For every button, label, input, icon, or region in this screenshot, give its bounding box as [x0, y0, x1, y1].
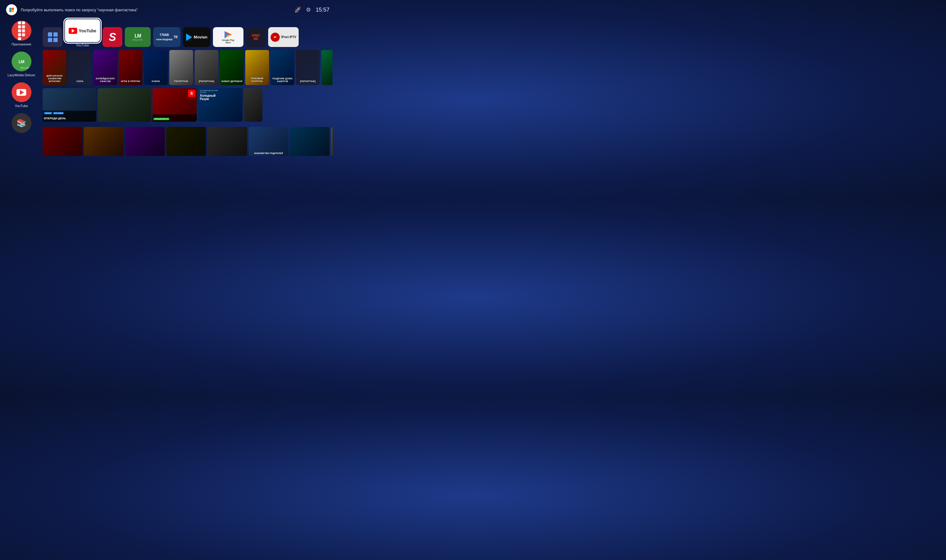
kinohd-tile: KINOHD: [246, 27, 266, 47]
apps-label: Приложения: [12, 42, 31, 46]
svg-point-0: [8, 6, 15, 14]
youtube-big-label: YouTube: [76, 43, 89, 47]
movie-card[interactable]: КИБЕР ДЕРЕВНЯ: [220, 50, 244, 85]
movie-card-partial[interactable]: [244, 88, 262, 122]
settings-icon[interactable]: ⚙: [306, 6, 311, 13]
app-item-grid[interactable]: [43, 27, 63, 47]
movie-card[interactable]: [РЕПОРТАЖ]: [296, 50, 320, 85]
lazymedia-label: LazyMedia Deluxe: [8, 73, 35, 77]
glavtv-tile: ГЛАВНАМ ВИДНЕЕ ТВ: [153, 27, 181, 47]
app-item-ipnet[interactable]: IP IPnet IPTV: [268, 27, 298, 47]
header-right: 🚀 ⚙ 15:57: [294, 6, 329, 13]
youtube-icon-circle: [12, 82, 31, 102]
movie-title: ПАДЕНИЕ ДОМА АШЕРОВ: [271, 76, 294, 84]
sidebar: Приложения LM DELUXE LazyMedia Deluxe Yo…: [0, 18, 43, 198]
app-item-kinohd[interactable]: KINOHD: [246, 27, 266, 47]
apps-row: YouTube YouTube S LM DELUXE: [43, 18, 332, 47]
movie-card[interactable]: СИЛА: [68, 50, 92, 85]
svg-point-4: [12, 10, 14, 12]
app-item-movian[interactable]: Movian: [183, 27, 211, 47]
lazymedia-icon-circle: LM DELUXE: [12, 52, 31, 71]
unknown-icon-circle: 📚: [12, 113, 31, 133]
youtube-label: YouTube: [15, 104, 28, 108]
grid-icon: [17, 20, 26, 42]
movie-title: ИГРА В ПРЯТКИ: [118, 79, 143, 84]
rocket-icon: 🚀: [294, 6, 301, 13]
movie-card[interactable]: [РЕПОРТАЖ]: [195, 50, 218, 85]
clock: 15:57: [316, 7, 329, 13]
movie-card[interactable]: [208, 127, 247, 156]
movie-card[interactable]: ДЛЯ НАЧАЛА ЗАХВАТИМ БРУКЛИН: [43, 50, 66, 85]
movie-card-partial[interactable]: [321, 50, 332, 85]
svg-rect-7: [48, 38, 52, 42]
movie-title: [РЕПОРТАЖ]: [296, 79, 320, 84]
gplay-tile: Google PlayStore: [213, 27, 243, 47]
movie-card[interactable]: ИГРА В ПРЯТКИ: [118, 50, 143, 85]
sidebar-item-lazymedia[interactable]: LM DELUXE LazyMedia Deluxe: [8, 52, 35, 77]
movie-card[interactable]: КАЛЕЙДОСКОП УЖАСОВ: [93, 50, 117, 85]
movie-card[interactable]: [290, 127, 329, 156]
lm-tile: LM DELUXE: [125, 27, 151, 47]
app-item-s[interactable]: S: [103, 27, 122, 47]
google-assistant-icon[interactable]: [6, 4, 17, 15]
movie-title: РОКОВОЙ ПАТРУЛЬ: [245, 76, 269, 84]
movie-card-wide[interactable]: СЕРИАЛ ВСЕ СЕРИИ ВПЕРЕДИ ДЕНЬ: [43, 88, 96, 122]
movies-row-2: СЕРИАЛ ВСЕ СЕРИИ ВПЕРЕДИ ДЕНЬ: [43, 88, 332, 123]
app-item-youtube-big[interactable]: YouTube YouTube: [65, 19, 100, 47]
movie-card[interactable]: [125, 127, 165, 156]
svg-point-2: [12, 8, 14, 10]
sidebar-item-youtube[interactable]: YouTube: [12, 82, 31, 108]
movie-title: [РЕПОРТАЖ]: [195, 79, 218, 84]
apps-icon-circle: [12, 21, 31, 41]
movie-card[interactable]: [84, 127, 123, 156]
svg-rect-5: [48, 32, 52, 37]
svg-point-1: [9, 8, 12, 10]
svg-rect-6: [53, 32, 58, 37]
s-tile: S: [103, 27, 122, 47]
svg-point-3: [9, 10, 12, 12]
search-suggestion: Попробуйте выполнить поиск по запросу "н…: [21, 8, 138, 12]
sidebar-item-apps[interactable]: Приложения: [12, 21, 31, 46]
app-item-glavtv[interactable]: ГЛАВНАМ ВИДНЕЕ ТВ: [153, 27, 181, 47]
movie-card-medium[interactable]: 8 ПОЛНЫЙ ВЫПУСК: [152, 88, 197, 122]
header: Попробуйте выполнить поиск по запросу "н…: [0, 0, 335, 18]
movie-title: ДЛЯ НАЧАЛА ЗАХВАТИМ БРУКЛИН: [43, 73, 66, 84]
movie-card-wide[interactable]: [98, 88, 151, 122]
movie-title: СИЛА: [68, 79, 92, 84]
movie-card[interactable]: ПАДЕНИЕ ДОМА АШЕРОВ: [271, 50, 294, 85]
sidebar-item-unknown[interactable]: 📚: [12, 113, 31, 133]
ipnet-tile: IP IPnet IPTV: [268, 27, 298, 47]
movies-row-1: ДЛЯ НАЧАЛА ЗАХВАТИМ БРУКЛИН СИЛА КАЛЕЙДО…: [43, 50, 332, 85]
movie-card[interactable]: ЗНАКОМСТВО РОДИТЕЛЕЙ: [249, 127, 288, 156]
movie-title: КАЛЕЙДОСКОП УЖАСОВ: [93, 76, 117, 84]
content-area: YouTube YouTube S LM DELUXE: [43, 18, 335, 198]
app-item-lm[interactable]: LM DELUXE: [125, 27, 151, 47]
app-item-gplay[interactable]: Google PlayStore: [213, 27, 243, 47]
movie-card[interactable]: РЕПОРТАЖ: [169, 50, 193, 85]
movie-card[interactable]: РОКОВОЙ ПАТРУЛЬ: [245, 50, 269, 85]
youtube-big-tile: YouTube: [65, 19, 100, 42]
movie-title: КОБРА: [144, 79, 168, 84]
movie-title: КИБЕР ДЕРЕВНЯ: [220, 79, 244, 84]
svg-rect-8: [53, 38, 58, 42]
main-area: Приложения LM DELUXE LazyMedia Deluxe Yo…: [0, 18, 335, 198]
movie-card[interactable]: СУПЕР МАЙК:ПОСЛЕДНИЙ ТАНЕЦ: [331, 127, 332, 156]
movies-row-3: ЗНАКОМСТВО РОДИТЕЛЕЙ СУПЕР МАЙК:ПОСЛЕДНИ…: [43, 127, 332, 157]
movian-tile: Movian: [183, 27, 211, 47]
movie-card[interactable]: [166, 127, 206, 156]
movie-card[interactable]: КОБРА: [144, 50, 168, 85]
movie-card[interactable]: [43, 127, 82, 156]
grid-tile: [43, 27, 63, 47]
movie-card-medium[interactable]: ЛУЧШИЙ ДЕТЕКТИВ ФИЛЬМ ХолодныйРазум: [198, 88, 243, 122]
header-left: Попробуйте выполнить поиск по запросу "н…: [6, 4, 138, 15]
movie-title: РЕПОРТАЖ: [169, 79, 193, 84]
